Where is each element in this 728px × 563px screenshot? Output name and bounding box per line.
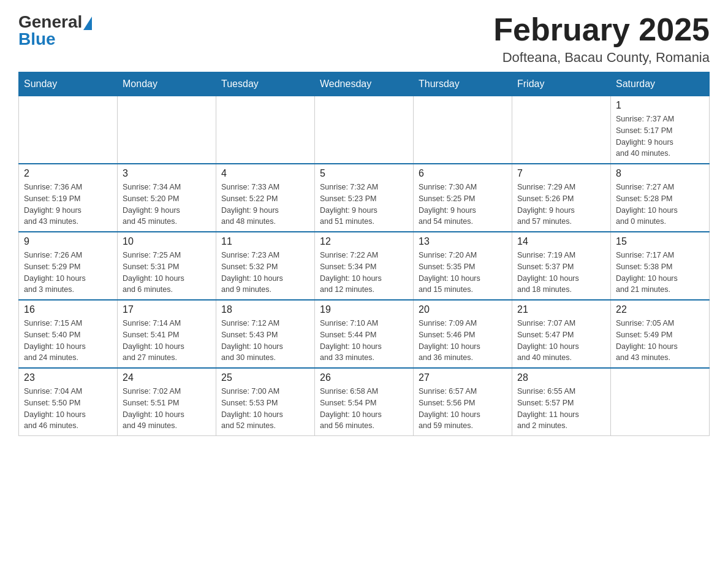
- calendar-cell: 8Sunrise: 7:27 AM Sunset: 5:28 PM Daylig…: [611, 164, 710, 232]
- calendar-week-row: 9Sunrise: 7:26 AM Sunset: 5:29 PM Daylig…: [19, 232, 710, 300]
- day-number: 20: [419, 304, 507, 315]
- calendar-cell: 28Sunrise: 6:55 AM Sunset: 5:57 PM Dayli…: [512, 368, 611, 436]
- day-number: 27: [419, 372, 507, 383]
- day-info: Sunrise: 7:33 AM Sunset: 5:22 PM Dayligh…: [221, 182, 309, 228]
- day-number: 23: [24, 372, 112, 383]
- calendar-cell: 22Sunrise: 7:05 AM Sunset: 5:49 PM Dayli…: [611, 300, 710, 368]
- day-number: 6: [419, 168, 507, 179]
- calendar-cell: 12Sunrise: 7:22 AM Sunset: 5:34 PM Dayli…: [315, 232, 414, 300]
- weekday-header-tuesday: Tuesday: [216, 72, 315, 96]
- day-number: 25: [221, 372, 309, 383]
- day-info: Sunrise: 7:27 AM Sunset: 5:28 PM Dayligh…: [616, 182, 704, 228]
- calendar-cell: 20Sunrise: 7:09 AM Sunset: 5:46 PM Dayli…: [414, 300, 512, 368]
- day-info: Sunrise: 7:15 AM Sunset: 5:40 PM Dayligh…: [24, 318, 112, 364]
- day-number: 18: [221, 304, 309, 315]
- calendar-cell: [216, 96, 315, 164]
- month-title: February 2025: [493, 12, 710, 47]
- calendar-cell: [19, 96, 118, 164]
- day-number: 8: [616, 168, 704, 179]
- location-subtitle: Dofteana, Bacau County, Romania: [493, 50, 710, 66]
- day-info: Sunrise: 7:34 AM Sunset: 5:20 PM Dayligh…: [123, 182, 211, 228]
- day-number: 10: [123, 236, 211, 247]
- calendar-cell: 10Sunrise: 7:25 AM Sunset: 5:31 PM Dayli…: [118, 232, 216, 300]
- day-info: Sunrise: 6:57 AM Sunset: 5:56 PM Dayligh…: [419, 386, 507, 432]
- day-number: 1: [616, 100, 704, 111]
- day-number: 15: [616, 236, 704, 247]
- calendar-cell: [611, 368, 710, 436]
- calendar-cell: 2Sunrise: 7:36 AM Sunset: 5:19 PM Daylig…: [19, 164, 118, 232]
- day-info: Sunrise: 7:00 AM Sunset: 5:53 PM Dayligh…: [221, 386, 309, 432]
- calendar-cell: 17Sunrise: 7:14 AM Sunset: 5:41 PM Dayli…: [118, 300, 216, 368]
- day-info: Sunrise: 7:05 AM Sunset: 5:49 PM Dayligh…: [616, 318, 704, 364]
- calendar-cell: 6Sunrise: 7:30 AM Sunset: 5:25 PM Daylig…: [414, 164, 512, 232]
- calendar-cell: 7Sunrise: 7:29 AM Sunset: 5:26 PM Daylig…: [512, 164, 611, 232]
- day-info: Sunrise: 7:36 AM Sunset: 5:19 PM Dayligh…: [24, 182, 112, 228]
- logo-triangle-icon: [83, 17, 92, 30]
- calendar-cell: 11Sunrise: 7:23 AM Sunset: 5:32 PM Dayli…: [216, 232, 315, 300]
- day-info: Sunrise: 7:10 AM Sunset: 5:44 PM Dayligh…: [320, 318, 408, 364]
- calendar-cell: [512, 96, 611, 164]
- day-number: 12: [320, 236, 408, 247]
- calendar-cell: 5Sunrise: 7:32 AM Sunset: 5:23 PM Daylig…: [315, 164, 414, 232]
- day-info: Sunrise: 7:25 AM Sunset: 5:31 PM Dayligh…: [123, 250, 211, 296]
- day-info: Sunrise: 7:04 AM Sunset: 5:50 PM Dayligh…: [24, 386, 112, 432]
- title-section: February 2025 Dofteana, Bacau County, Ro…: [493, 12, 710, 66]
- day-number: 2: [24, 168, 112, 179]
- day-info: Sunrise: 7:26 AM Sunset: 5:29 PM Dayligh…: [24, 250, 112, 296]
- day-number: 28: [517, 372, 605, 383]
- day-info: Sunrise: 7:14 AM Sunset: 5:41 PM Dayligh…: [123, 318, 211, 364]
- calendar-cell: 26Sunrise: 6:58 AM Sunset: 5:54 PM Dayli…: [315, 368, 414, 436]
- day-info: Sunrise: 7:32 AM Sunset: 5:23 PM Dayligh…: [320, 182, 408, 228]
- page-header: General Blue February 2025 Dofteana, Bac…: [18, 12, 710, 66]
- calendar-week-row: 2Sunrise: 7:36 AM Sunset: 5:19 PM Daylig…: [19, 164, 710, 232]
- day-info: Sunrise: 7:17 AM Sunset: 5:38 PM Dayligh…: [616, 250, 704, 296]
- calendar-cell: [315, 96, 414, 164]
- calendar-cell: 15Sunrise: 7:17 AM Sunset: 5:38 PM Dayli…: [611, 232, 710, 300]
- weekday-header-thursday: Thursday: [414, 72, 512, 96]
- calendar-week-row: 1Sunrise: 7:37 AM Sunset: 5:17 PM Daylig…: [19, 96, 710, 164]
- calendar-cell: 16Sunrise: 7:15 AM Sunset: 5:40 PM Dayli…: [19, 300, 118, 368]
- calendar-cell: 9Sunrise: 7:26 AM Sunset: 5:29 PM Daylig…: [19, 232, 118, 300]
- calendar-cell: 27Sunrise: 6:57 AM Sunset: 5:56 PM Dayli…: [414, 368, 512, 436]
- day-info: Sunrise: 7:29 AM Sunset: 5:26 PM Dayligh…: [517, 182, 605, 228]
- day-info: Sunrise: 7:37 AM Sunset: 5:17 PM Dayligh…: [616, 113, 704, 159]
- calendar-cell: [118, 96, 216, 164]
- day-info: Sunrise: 7:02 AM Sunset: 5:51 PM Dayligh…: [123, 386, 211, 432]
- day-number: 22: [616, 304, 704, 315]
- weekday-header-sunday: Sunday: [19, 72, 118, 96]
- calendar-table: SundayMondayTuesdayWednesdayThursdayFrid…: [18, 72, 710, 436]
- day-number: 3: [123, 168, 211, 179]
- calendar-week-row: 23Sunrise: 7:04 AM Sunset: 5:50 PM Dayli…: [19, 368, 710, 436]
- weekday-header-row: SundayMondayTuesdayWednesdayThursdayFrid…: [19, 72, 710, 96]
- day-number: 11: [221, 236, 309, 247]
- day-number: 24: [123, 372, 211, 383]
- day-number: 21: [517, 304, 605, 315]
- calendar-cell: 1Sunrise: 7:37 AM Sunset: 5:17 PM Daylig…: [611, 96, 710, 164]
- day-info: Sunrise: 7:23 AM Sunset: 5:32 PM Dayligh…: [221, 250, 309, 296]
- weekday-header-monday: Monday: [118, 72, 216, 96]
- calendar-cell: 14Sunrise: 7:19 AM Sunset: 5:37 PM Dayli…: [512, 232, 611, 300]
- day-number: 7: [517, 168, 605, 179]
- day-number: 26: [320, 372, 408, 383]
- weekday-header-saturday: Saturday: [611, 72, 710, 96]
- day-number: 16: [24, 304, 112, 315]
- day-info: Sunrise: 7:22 AM Sunset: 5:34 PM Dayligh…: [320, 250, 408, 296]
- calendar-cell: 18Sunrise: 7:12 AM Sunset: 5:43 PM Dayli…: [216, 300, 315, 368]
- calendar-cell: 19Sunrise: 7:10 AM Sunset: 5:44 PM Dayli…: [315, 300, 414, 368]
- calendar-cell: 3Sunrise: 7:34 AM Sunset: 5:20 PM Daylig…: [118, 164, 216, 232]
- day-number: 5: [320, 168, 408, 179]
- calendar-cell: 24Sunrise: 7:02 AM Sunset: 5:51 PM Dayli…: [118, 368, 216, 436]
- day-number: 9: [24, 236, 112, 247]
- logo-blue-text: Blue: [18, 29, 56, 49]
- calendar-cell: 23Sunrise: 7:04 AM Sunset: 5:50 PM Dayli…: [19, 368, 118, 436]
- calendar-cell: [414, 96, 512, 164]
- calendar-cell: 21Sunrise: 7:07 AM Sunset: 5:47 PM Dayli…: [512, 300, 611, 368]
- day-info: Sunrise: 6:58 AM Sunset: 5:54 PM Dayligh…: [320, 386, 408, 432]
- weekday-header-friday: Friday: [512, 72, 611, 96]
- logo: General Blue: [18, 12, 92, 49]
- day-number: 4: [221, 168, 309, 179]
- day-number: 17: [123, 304, 211, 315]
- day-number: 19: [320, 304, 408, 315]
- day-info: Sunrise: 7:09 AM Sunset: 5:46 PM Dayligh…: [419, 318, 507, 364]
- calendar-cell: 25Sunrise: 7:00 AM Sunset: 5:53 PM Dayli…: [216, 368, 315, 436]
